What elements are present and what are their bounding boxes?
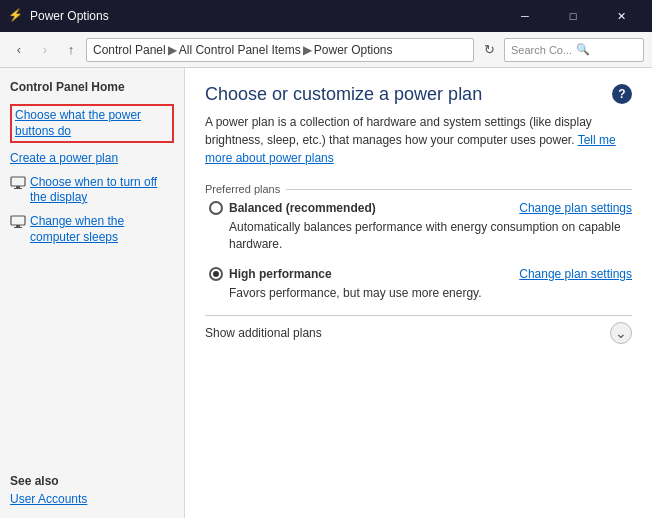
search-placeholder: Search Co... bbox=[511, 44, 572, 56]
preferred-plans-label: Preferred plans bbox=[205, 183, 632, 195]
path-part1: Control Panel bbox=[93, 43, 166, 57]
close-button[interactable]: ✕ bbox=[598, 0, 644, 32]
expand-plans-button[interactable]: ⌄ bbox=[610, 322, 632, 344]
expand-chevron-icon: ⌄ bbox=[615, 325, 627, 341]
sidebar-item-create-power-plan[interactable]: Create a power plan bbox=[10, 151, 174, 167]
plan-high-performance-radio[interactable]: High performance bbox=[209, 267, 332, 281]
sidebar-item-turn-off-display-label: Choose when to turn off the display bbox=[30, 175, 174, 206]
sleep-icon bbox=[10, 214, 26, 230]
svg-rect-2 bbox=[14, 188, 22, 189]
minimize-button[interactable]: ─ bbox=[502, 0, 548, 32]
high-performance-settings-link[interactable]: Change plan settings bbox=[519, 267, 632, 281]
address-path: Control Panel ▶ All Control Panel Items … bbox=[86, 38, 474, 62]
see-also-user-accounts[interactable]: User Accounts bbox=[10, 492, 174, 506]
path-sep2: ▶ bbox=[303, 43, 312, 57]
title-bar: ⚡ Power Options ─ □ ✕ bbox=[0, 0, 652, 32]
help-button[interactable]: ? bbox=[612, 84, 632, 104]
svg-rect-4 bbox=[16, 225, 20, 227]
main-layout: Control Panel Home Choose what the power… bbox=[0, 68, 652, 518]
up-button[interactable]: ↑ bbox=[60, 39, 82, 61]
svg-rect-5 bbox=[14, 227, 22, 228]
show-additional-label: Show additional plans bbox=[205, 326, 610, 340]
plan-balanced-desc: Automatically balances performance with … bbox=[209, 219, 632, 253]
plan-high-performance: High performance Change plan settings Fa… bbox=[205, 267, 632, 302]
radio-high-performance[interactable] bbox=[209, 267, 223, 281]
plan-balanced-radio[interactable]: Balanced (recommended) bbox=[209, 201, 376, 215]
sidebar-top: Control Panel Home Choose what the power… bbox=[10, 80, 174, 253]
content-description: A power plan is a collection of hardware… bbox=[205, 113, 632, 167]
content-area: Choose or customize a power plan ? A pow… bbox=[185, 68, 652, 518]
back-button[interactable]: ‹ bbox=[8, 39, 30, 61]
maximize-button[interactable]: □ bbox=[550, 0, 596, 32]
path-sep1: ▶ bbox=[168, 43, 177, 57]
path-part2: All Control Panel Items bbox=[179, 43, 301, 57]
radio-balanced[interactable] bbox=[209, 201, 223, 215]
see-also-section: See also User Accounts bbox=[10, 474, 174, 506]
svg-rect-1 bbox=[16, 186, 20, 188]
sidebar-item-computer-sleeps[interactable]: Change when the computer sleeps bbox=[10, 214, 174, 245]
show-additional-plans: Show additional plans ⌄ bbox=[205, 315, 632, 344]
page-title: Choose or customize a power plan bbox=[205, 84, 482, 105]
balanced-settings-link[interactable]: Change plan settings bbox=[519, 201, 632, 215]
plan-high-performance-desc: Favors performance, but may use more ene… bbox=[209, 285, 632, 302]
title-bar-icon: ⚡ bbox=[8, 8, 24, 24]
plan-balanced: Balanced (recommended) Change plan setti… bbox=[205, 201, 632, 253]
svg-rect-3 bbox=[11, 216, 25, 225]
content-header: Choose or customize a power plan ? bbox=[205, 84, 632, 105]
sidebar-title: Control Panel Home bbox=[10, 80, 174, 94]
plan-high-performance-header: High performance Change plan settings bbox=[209, 267, 632, 281]
title-bar-controls: ─ □ ✕ bbox=[502, 0, 644, 32]
svg-rect-0 bbox=[11, 177, 25, 186]
path-part3: Power Options bbox=[314, 43, 393, 57]
sidebar-item-computer-sleeps-label: Change when the computer sleeps bbox=[30, 214, 174, 245]
forward-button[interactable]: › bbox=[34, 39, 56, 61]
address-bar: ‹ › ↑ Control Panel ▶ All Control Panel … bbox=[0, 32, 652, 68]
sidebar-item-choose-power-buttons[interactable]: Choose what the power buttons do bbox=[10, 104, 174, 143]
sidebar: Control Panel Home Choose what the power… bbox=[0, 68, 185, 518]
title-bar-title: Power Options bbox=[30, 9, 502, 23]
display-icon bbox=[10, 175, 26, 191]
plan-balanced-header: Balanced (recommended) Change plan setti… bbox=[209, 201, 632, 215]
search-box[interactable]: Search Co... 🔍 bbox=[504, 38, 644, 62]
sidebar-item-turn-off-display[interactable]: Choose when to turn off the display bbox=[10, 175, 174, 206]
see-also-label: See also bbox=[10, 474, 174, 488]
refresh-button[interactable]: ↻ bbox=[478, 39, 500, 61]
search-icon: 🔍 bbox=[576, 43, 590, 56]
